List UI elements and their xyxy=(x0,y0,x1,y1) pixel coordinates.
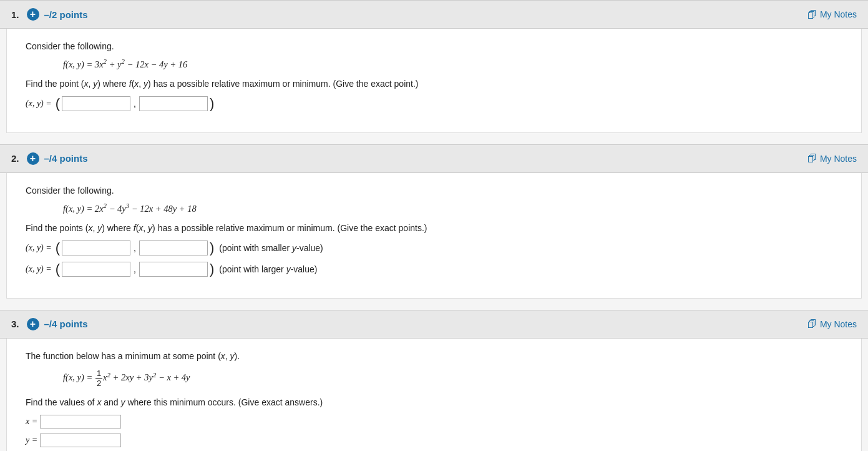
q2-suffix-2: (point with larger y-value) xyxy=(219,264,317,274)
q2-open-paren-2: ( xyxy=(56,262,60,276)
q2-my-notes-button[interactable]: 🗍 My Notes xyxy=(807,153,857,164)
q3-y-row: y = xyxy=(26,434,842,447)
q3-y-label: y = xyxy=(26,435,37,445)
q1-find-text: Find the point (x, y) where f(x, y) has … xyxy=(26,79,842,89)
q1-note-icon: 🗍 xyxy=(807,9,817,20)
q3-body: The function below has a minimum at some… xyxy=(6,339,862,451)
q2-note-icon: 🗍 xyxy=(807,153,817,164)
q2-number: 2. xyxy=(11,153,19,164)
q1-y-input[interactable] xyxy=(139,96,208,111)
q2-body: Consider the following. f(x, y) = 2x2 − … xyxy=(6,173,862,299)
q3-y-input[interactable] xyxy=(40,434,121,447)
q1-comma: , xyxy=(134,99,136,109)
q2-answer-row-1: (x, y) = ( , ) (point with smaller y-val… xyxy=(26,240,842,255)
question-2: 2. + –/4 points 🗍 My Notes Consider the … xyxy=(0,144,868,299)
q3-my-notes-button[interactable]: 🗍 My Notes xyxy=(807,319,857,329)
q2-formula: f(x, y) = 2x2 − 4y3 − 12x + 48y + 18 xyxy=(63,202,842,214)
q2-x1-input[interactable] xyxy=(62,240,130,255)
q3-header-left: 3. + –/4 points xyxy=(11,318,88,330)
q1-plus-icon[interactable]: + xyxy=(27,8,39,21)
q1-close-paren: ) xyxy=(210,97,214,111)
question-2-header: 2. + –/4 points 🗍 My Notes xyxy=(0,144,868,173)
q1-points: –/2 points xyxy=(44,9,88,20)
q2-x2-input[interactable] xyxy=(62,262,130,277)
q2-comma-1: , xyxy=(134,243,136,253)
q3-intro-text: The function below has a minimum at some… xyxy=(26,351,842,361)
q1-my-notes-label: My Notes xyxy=(820,9,857,19)
q2-header-left: 2. + –/4 points xyxy=(11,152,88,165)
q1-open-paren: ( xyxy=(56,97,60,111)
question-3-header: 3. + –/4 points 🗍 My Notes xyxy=(0,310,868,339)
q1-header-left: 1. + –/2 points xyxy=(11,8,88,21)
q3-points: –/4 points xyxy=(44,319,88,329)
q3-find-text: Find the values of x and y where this mi… xyxy=(26,397,842,407)
q3-x-label: x = xyxy=(26,417,37,427)
q1-consider-text: Consider the following. xyxy=(26,41,842,51)
question-1-header: 1. + –/2 points 🗍 My Notes xyxy=(0,0,868,29)
q2-answer-label-2: (x, y) = xyxy=(26,264,52,274)
q2-y1-input[interactable] xyxy=(139,240,208,255)
q3-note-icon: 🗍 xyxy=(807,319,817,329)
q1-formula: f(x, y) = 3x2 + y2 − 12x − 4y + 16 xyxy=(63,57,842,70)
q1-body: Consider the following. f(x, y) = 3x2 + … xyxy=(6,29,862,133)
q2-close-paren-2: ) xyxy=(210,262,214,276)
q1-answer-label: (x, y) = xyxy=(26,99,52,109)
q2-points: –/4 points xyxy=(44,153,88,164)
q3-number: 3. xyxy=(11,319,19,329)
q2-my-notes-label: My Notes xyxy=(820,154,857,164)
q2-consider-text: Consider the following. xyxy=(26,186,842,196)
q1-my-notes-button[interactable]: 🗍 My Notes xyxy=(807,9,857,20)
q3-my-notes-label: My Notes xyxy=(820,319,857,329)
q2-plus-icon[interactable]: + xyxy=(27,152,39,165)
q2-close-paren-1: ) xyxy=(210,241,214,255)
q3-plus-icon[interactable]: + xyxy=(27,318,39,330)
q2-open-paren-1: ( xyxy=(56,241,60,255)
question-3: 3. + –/4 points 🗍 My Notes The function … xyxy=(0,310,868,451)
q2-y2-input[interactable] xyxy=(139,262,208,277)
q2-answer-row-2: (x, y) = ( , ) (point with larger y-valu… xyxy=(26,262,842,277)
q3-formula: f(x, y) = 12x2 + 2xy + 3y2 − x + 4y xyxy=(63,369,842,389)
page: 1. + –/2 points 🗍 My Notes Consider the … xyxy=(0,0,868,451)
q1-number: 1. xyxy=(11,9,19,20)
q1-answer-row: (x, y) = ( , ) xyxy=(26,96,842,111)
question-1: 1. + –/2 points 🗍 My Notes Consider the … xyxy=(0,0,868,133)
q3-x-row: x = xyxy=(26,415,842,429)
q2-find-text: Find the points (x, y) where f(x, y) has… xyxy=(26,223,842,233)
q1-x-input[interactable] xyxy=(62,96,130,111)
q2-suffix-1: (point with smaller y-value) xyxy=(219,243,323,253)
q2-comma-2: , xyxy=(134,264,136,274)
q2-answer-label-1: (x, y) = xyxy=(26,243,52,253)
q3-x-input[interactable] xyxy=(40,415,121,429)
